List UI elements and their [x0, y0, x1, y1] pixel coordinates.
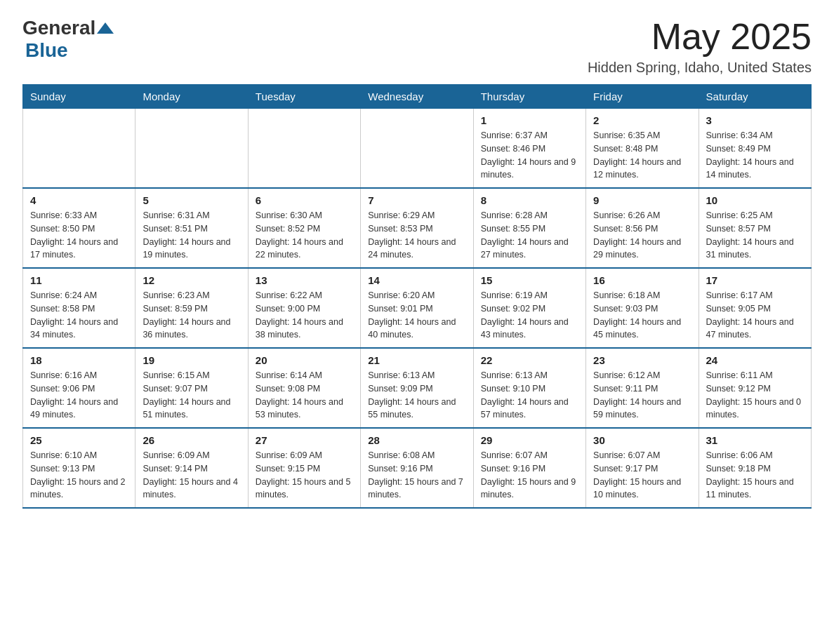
- day-number: 9: [593, 194, 691, 206]
- calendar-cell-w4-d3: 21Sunrise: 6:13 AMSunset: 9:09 PMDayligh…: [361, 348, 473, 428]
- calendar-cell-w3-d0: 11Sunrise: 6:24 AMSunset: 8:58 PMDayligh…: [23, 268, 135, 348]
- day-info: Sunrise: 6:33 AMSunset: 8:50 PMDaylight:…: [30, 209, 128, 262]
- day-info: Sunrise: 6:31 AMSunset: 8:51 PMDaylight:…: [143, 209, 240, 262]
- day-number: 24: [706, 354, 804, 366]
- day-number: 17: [706, 274, 804, 286]
- calendar-cell-w1-d2: [248, 109, 360, 189]
- calendar-cell-w4-d1: 19Sunrise: 6:15 AMSunset: 9:07 PMDayligh…: [135, 348, 248, 428]
- calendar-cell-w3-d4: 15Sunrise: 6:19 AMSunset: 9:02 PMDayligh…: [473, 268, 585, 348]
- calendar-cell-w1-d6: 3Sunrise: 6:34 AMSunset: 8:49 PMDaylight…: [699, 109, 811, 189]
- day-number: 21: [368, 354, 465, 366]
- calendar-cell-w1-d5: 2Sunrise: 6:35 AMSunset: 8:48 PMDaylight…: [586, 109, 699, 189]
- day-info: Sunrise: 6:35 AMSunset: 8:48 PMDaylight:…: [593, 129, 691, 182]
- calendar-cell-w3-d3: 14Sunrise: 6:20 AMSunset: 9:01 PMDayligh…: [361, 268, 473, 348]
- day-info: Sunrise: 6:12 AMSunset: 9:11 PMDaylight:…: [593, 369, 691, 422]
- day-number: 10: [706, 194, 804, 206]
- day-number: 20: [256, 354, 353, 366]
- day-info: Sunrise: 6:06 AMSunset: 9:18 PMDaylight:…: [706, 449, 804, 502]
- calendar-cell-w2-d5: 9Sunrise: 6:26 AMSunset: 8:56 PMDaylight…: [586, 188, 699, 268]
- calendar-cell-w3-d5: 16Sunrise: 6:18 AMSunset: 9:03 PMDayligh…: [586, 268, 699, 348]
- day-info: Sunrise: 6:29 AMSunset: 8:53 PMDaylight:…: [368, 209, 465, 262]
- calendar-body: 1Sunrise: 6:37 AMSunset: 8:46 PMDaylight…: [23, 109, 812, 509]
- day-info: Sunrise: 6:28 AMSunset: 8:55 PMDaylight:…: [481, 209, 578, 262]
- day-info: Sunrise: 6:08 AMSunset: 9:16 PMDaylight:…: [368, 449, 465, 502]
- calendar-cell-w5-d3: 28Sunrise: 6:08 AMSunset: 9:16 PMDayligh…: [361, 428, 473, 508]
- calendar-week-3: 11Sunrise: 6:24 AMSunset: 8:58 PMDayligh…: [23, 268, 812, 348]
- day-number: 5: [143, 194, 240, 206]
- logo: General Blue: [22, 17, 114, 62]
- day-info: Sunrise: 6:19 AMSunset: 9:02 PMDaylight:…: [481, 289, 578, 342]
- day-number: 28: [368, 434, 465, 446]
- day-number: 2: [593, 114, 691, 126]
- day-info: Sunrise: 6:26 AMSunset: 8:56 PMDaylight:…: [593, 209, 691, 262]
- calendar-cell-w4-d2: 20Sunrise: 6:14 AMSunset: 9:08 PMDayligh…: [248, 348, 360, 428]
- calendar-cell-w2-d1: 5Sunrise: 6:31 AMSunset: 8:51 PMDaylight…: [135, 188, 248, 268]
- header-friday: Friday: [586, 85, 699, 109]
- day-info: Sunrise: 6:20 AMSunset: 9:01 PMDaylight:…: [368, 289, 465, 342]
- day-number: 18: [30, 354, 128, 366]
- day-info: Sunrise: 6:16 AMSunset: 9:06 PMDaylight:…: [30, 369, 128, 422]
- day-number: 3: [706, 114, 804, 126]
- month-year-title: May 2025: [588, 17, 812, 57]
- day-info: Sunrise: 6:30 AMSunset: 8:52 PMDaylight:…: [256, 209, 353, 262]
- calendar-cell-w2-d0: 4Sunrise: 6:33 AMSunset: 8:50 PMDaylight…: [23, 188, 135, 268]
- day-number: 25: [30, 434, 128, 446]
- calendar-cell-w1-d4: 1Sunrise: 6:37 AMSunset: 8:46 PMDaylight…: [473, 109, 585, 189]
- day-info: Sunrise: 6:24 AMSunset: 8:58 PMDaylight:…: [30, 289, 128, 342]
- day-number: 22: [481, 354, 578, 366]
- calendar-cell-w5-d1: 26Sunrise: 6:09 AMSunset: 9:14 PMDayligh…: [135, 428, 248, 508]
- calendar-cell-w1-d3: [361, 109, 473, 189]
- calendar-cell-w4-d5: 23Sunrise: 6:12 AMSunset: 9:11 PMDayligh…: [586, 348, 699, 428]
- header-monday: Monday: [135, 85, 248, 109]
- day-info: Sunrise: 6:09 AMSunset: 9:14 PMDaylight:…: [143, 449, 240, 502]
- day-number: 14: [368, 274, 465, 286]
- day-info: Sunrise: 6:13 AMSunset: 9:10 PMDaylight:…: [481, 369, 578, 422]
- calendar-cell-w4-d0: 18Sunrise: 6:16 AMSunset: 9:06 PMDayligh…: [23, 348, 135, 428]
- calendar-header: Sunday Monday Tuesday Wednesday Thursday…: [23, 85, 812, 109]
- calendar-week-2: 4Sunrise: 6:33 AMSunset: 8:50 PMDaylight…: [23, 188, 812, 268]
- day-number: 15: [481, 274, 578, 286]
- day-info: Sunrise: 6:25 AMSunset: 8:57 PMDaylight:…: [706, 209, 804, 262]
- day-info: Sunrise: 6:34 AMSunset: 8:49 PMDaylight:…: [706, 129, 804, 182]
- day-number: 23: [593, 354, 691, 366]
- header-saturday: Saturday: [699, 85, 811, 109]
- day-number: 29: [481, 434, 578, 446]
- calendar-cell-w2-d3: 7Sunrise: 6:29 AMSunset: 8:53 PMDaylight…: [361, 188, 473, 268]
- logo-general-text: General: [22, 17, 95, 39]
- day-number: 12: [143, 274, 240, 286]
- day-number: 31: [706, 434, 804, 446]
- day-info: Sunrise: 6:18 AMSunset: 9:03 PMDaylight:…: [593, 289, 691, 342]
- header-wednesday: Wednesday: [361, 85, 473, 109]
- calendar-week-1: 1Sunrise: 6:37 AMSunset: 8:46 PMDaylight…: [23, 109, 812, 189]
- day-number: 26: [143, 434, 240, 446]
- day-number: 8: [481, 194, 578, 206]
- calendar-cell-w1-d1: [135, 109, 248, 189]
- day-number: 7: [368, 194, 465, 206]
- day-info: Sunrise: 6:15 AMSunset: 9:07 PMDaylight:…: [143, 369, 240, 422]
- day-number: 1: [481, 114, 578, 126]
- day-info: Sunrise: 6:17 AMSunset: 9:05 PMDaylight:…: [706, 289, 804, 342]
- day-info: Sunrise: 6:23 AMSunset: 8:59 PMDaylight:…: [143, 289, 240, 342]
- header-sunday: Sunday: [23, 85, 135, 109]
- day-info: Sunrise: 6:22 AMSunset: 9:00 PMDaylight:…: [256, 289, 353, 342]
- logo-blue-text: Blue: [25, 39, 68, 62]
- calendar-cell-w3-d1: 12Sunrise: 6:23 AMSunset: 8:59 PMDayligh…: [135, 268, 248, 348]
- header-row: Sunday Monday Tuesday Wednesday Thursday…: [23, 85, 812, 109]
- day-info: Sunrise: 6:14 AMSunset: 9:08 PMDaylight:…: [256, 369, 353, 422]
- day-number: 19: [143, 354, 240, 366]
- calendar-cell-w5-d5: 30Sunrise: 6:07 AMSunset: 9:17 PMDayligh…: [586, 428, 699, 508]
- calendar-cell-w5-d2: 27Sunrise: 6:09 AMSunset: 9:15 PMDayligh…: [248, 428, 360, 508]
- calendar-cell-w3-d2: 13Sunrise: 6:22 AMSunset: 9:00 PMDayligh…: [248, 268, 360, 348]
- day-number: 30: [593, 434, 691, 446]
- calendar-week-4: 18Sunrise: 6:16 AMSunset: 9:06 PMDayligh…: [23, 348, 812, 428]
- calendar-week-5: 25Sunrise: 6:10 AMSunset: 9:13 PMDayligh…: [23, 428, 812, 508]
- page-header: General Blue May 2025 Hidden Spring, Ida…: [22, 17, 812, 76]
- calendar-cell-w2-d4: 8Sunrise: 6:28 AMSunset: 8:55 PMDaylight…: [473, 188, 585, 268]
- location-subtitle: Hidden Spring, Idaho, United States: [588, 60, 812, 76]
- calendar-cell-w5-d0: 25Sunrise: 6:10 AMSunset: 9:13 PMDayligh…: [23, 428, 135, 508]
- header-thursday: Thursday: [473, 85, 585, 109]
- day-info: Sunrise: 6:07 AMSunset: 9:16 PMDaylight:…: [481, 449, 578, 502]
- day-number: 27: [256, 434, 353, 446]
- logo-triangle-icon: [97, 22, 114, 34]
- calendar-cell-w2-d6: 10Sunrise: 6:25 AMSunset: 8:57 PMDayligh…: [699, 188, 811, 268]
